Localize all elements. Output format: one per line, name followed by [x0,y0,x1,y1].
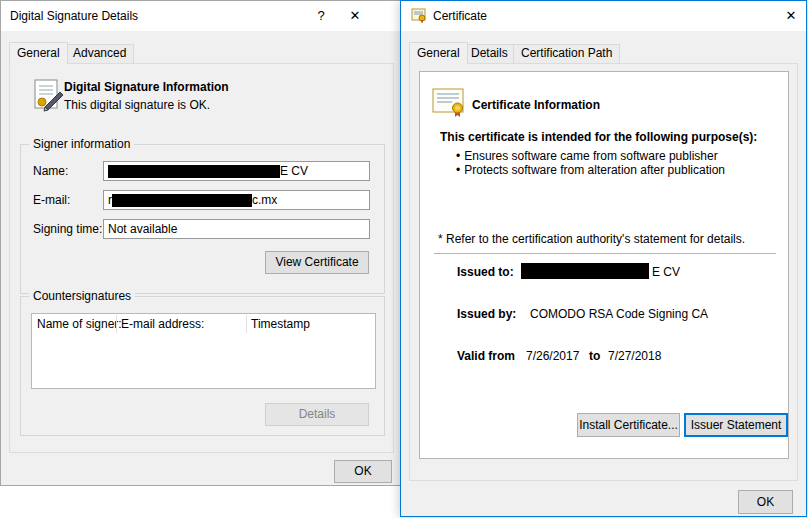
close-icon[interactable]: ✕ [774,1,808,31]
close-icon[interactable]: ✕ [338,1,372,31]
right-dialog-title: Certificate [433,9,487,23]
general-tab-panel: Certificate Information This certificate… [409,63,798,481]
general-tab-panel: Digital Signature Information This digit… [9,63,394,453]
left-dialog-title: Digital Signature Details [10,9,138,23]
certificate-dialog: Certificate ✕ General Details Certificat… [400,0,807,517]
email-label: E-mail: [33,193,70,207]
email-value-suffix: c.mx [252,193,277,207]
purposes-heading: This certificate is intended for the fol… [440,130,757,144]
digital-signature-details-dialog: Digital Signature Details ? ✕ General Ad… [0,0,401,486]
signer-information-group: Signer information Name: E CV E-mail: rc… [20,144,385,294]
signature-status-text: This digital signature is OK. [64,98,210,112]
name-field[interactable]: E CV [103,161,370,181]
valid-from-date: 7/26/2017 [526,349,579,363]
signing-time-field[interactable]: Not available [103,219,370,239]
issued-by-label: Issued by: [457,307,516,321]
purpose-text: Protects software from alteration after … [464,163,725,177]
signer-information-legend: Signer information [29,137,134,152]
desktop: Digital Signature Details ? ✕ General Ad… [0,0,808,518]
details-button: Details [265,403,369,426]
certificate-information-heading: Certificate Information [472,98,600,112]
signature-icon [32,78,64,115]
column-separator [116,315,117,333]
name-label: Name: [33,164,68,178]
certificate-titlebar-icon [411,8,427,27]
signing-time-label: Signing time: [33,222,102,236]
view-certificate-button[interactable]: View Certificate [265,251,369,274]
purpose-text: Ensures software came from software publ… [464,149,717,163]
countersignatures-list[interactable]: Name of signer: E-mail address: Timestam… [31,313,376,389]
column-timestamp[interactable]: Timestamp [251,317,310,331]
purpose-item: •Protects software from alteration after… [456,163,725,177]
right-titlebar[interactable]: Certificate ✕ [401,1,806,31]
certificate-info-panel: Certificate Information This certificate… [419,71,789,459]
valid-to-date: 7/27/2018 [608,349,661,363]
email-field[interactable]: rc.mx [103,190,370,210]
tab-advanced[interactable]: Advanced [65,44,134,63]
certificate-icon [432,88,468,121]
issued-to-value-suffix: E CV [652,265,680,279]
issued-by-value: COMODO RSA Code Signing CA [530,307,708,321]
left-titlebar[interactable]: Digital Signature Details ? ✕ [1,1,400,31]
name-redaction [108,165,280,178]
issued-to-redaction [521,263,649,279]
ok-button[interactable]: OK [334,460,392,483]
issuer-statement-button[interactable]: Issuer Statement [684,413,788,437]
signature-info-heading: Digital Signature Information [64,80,229,94]
countersignatures-legend: Countersignatures [29,289,135,304]
help-button[interactable]: ? [304,1,338,31]
name-value-suffix: E CV [280,164,308,178]
email-redaction [112,194,252,207]
refer-note: * Refer to the certification authority's… [438,232,745,246]
separator [434,253,776,254]
valid-from-label: Valid from [457,349,515,363]
tab-general[interactable]: General [409,42,468,64]
tab-details[interactable]: Details [463,44,516,63]
tab-certification-path[interactable]: Certification Path [513,44,620,63]
tab-general[interactable]: General [9,42,68,64]
bullet-icon: • [456,149,460,163]
install-certificate-button[interactable]: Install Certificate... [577,413,680,437]
signing-time-value: Not available [108,222,177,236]
valid-to-word: to [589,349,600,363]
ok-button[interactable]: OK [738,490,793,514]
column-name-of-signer[interactable]: Name of signer: [37,317,122,331]
countersignatures-group: Countersignatures Name of signer: E-mail… [20,296,385,436]
issued-to-label: Issued to: [457,265,514,279]
column-separator [246,315,247,333]
column-email-address[interactable]: E-mail address: [121,317,204,331]
bullet-icon: • [456,163,460,177]
purpose-item: •Ensures software came from software pub… [456,149,718,163]
